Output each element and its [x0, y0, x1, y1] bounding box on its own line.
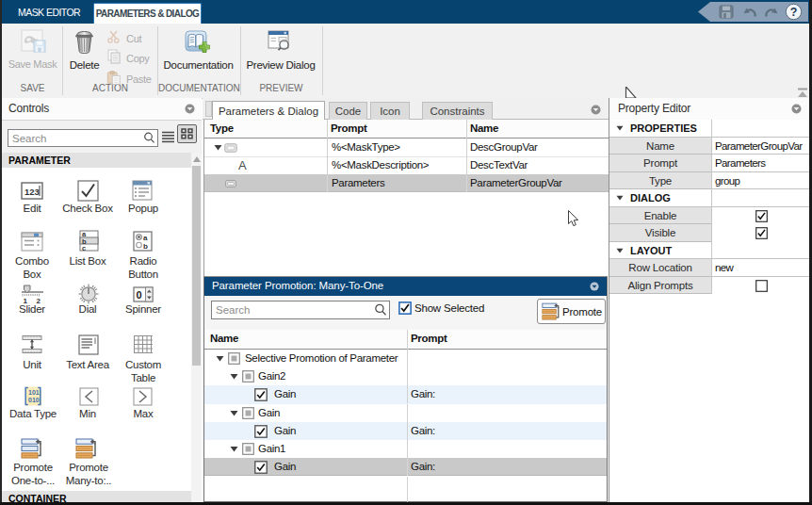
svg-text:?: ? — [790, 6, 798, 19]
svg-text:1: 1 — [24, 297, 28, 304]
svg-text:0: 0 — [137, 289, 142, 301]
svg-text:123: 123 — [24, 187, 40, 197]
svg-text:a: a — [143, 234, 148, 242]
svg-text:101: 101 — [28, 389, 40, 396]
svg-text:2: 2 — [37, 297, 41, 304]
svg-text:b: b — [143, 242, 148, 251]
svg-text:010: 010 — [28, 397, 40, 403]
svg-text:c: c — [82, 244, 86, 252]
